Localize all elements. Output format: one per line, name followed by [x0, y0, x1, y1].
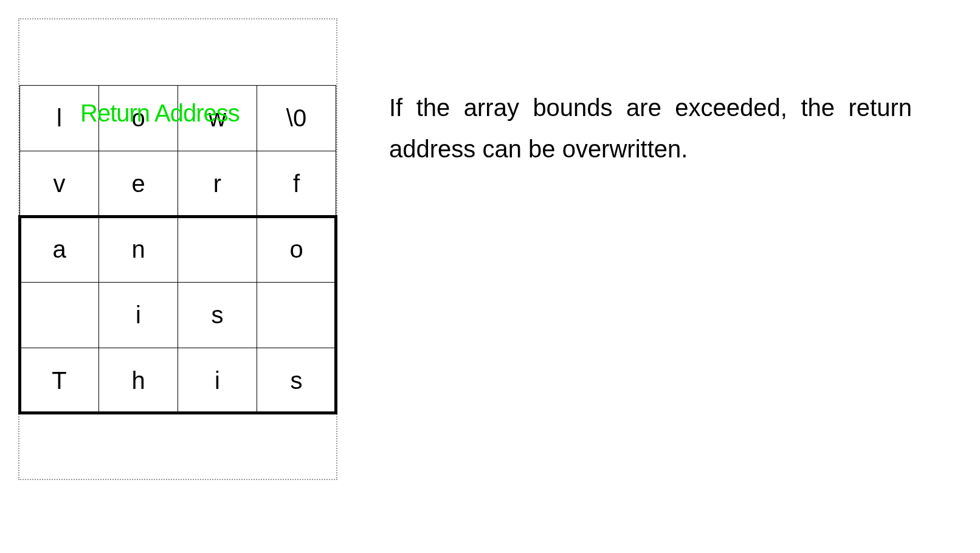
grid-cell: f [257, 151, 336, 217]
stack-memory-diagram: l o w \0 v e r f a n o i s [18, 18, 337, 480]
grid-cell: \0 [257, 86, 336, 151]
grid-cell: h [99, 348, 178, 414]
table-row: T h i s [20, 348, 336, 414]
table-row: l o w \0 [20, 86, 336, 151]
grid-cell [20, 283, 99, 348]
table-row: v e r f [20, 151, 336, 217]
grid-cell [178, 217, 257, 283]
grid-cell: i [99, 283, 178, 348]
memory-grid: l o w \0 v e r f a n o i s [19, 85, 336, 414]
grid-cell: s [257, 348, 336, 414]
grid-cell: o [257, 217, 336, 283]
grid-cell: w [178, 86, 257, 151]
grid-cell: v [20, 151, 99, 217]
grid-cell: e [99, 151, 178, 217]
table-row: i s [20, 283, 336, 348]
grid-cell: r [178, 151, 257, 217]
grid-cell: o [99, 86, 178, 151]
table-row: a n o [20, 217, 336, 283]
grid-cell: T [20, 348, 99, 414]
grid-cell: n [99, 217, 178, 283]
grid-cell [257, 283, 336, 348]
grid-cell: l [20, 86, 99, 151]
grid-cell: s [178, 283, 257, 348]
grid-cell: a [20, 217, 99, 283]
explanation-text: If the array bounds are exceeded, the re… [389, 18, 912, 170]
grid-cell: i [178, 348, 257, 414]
